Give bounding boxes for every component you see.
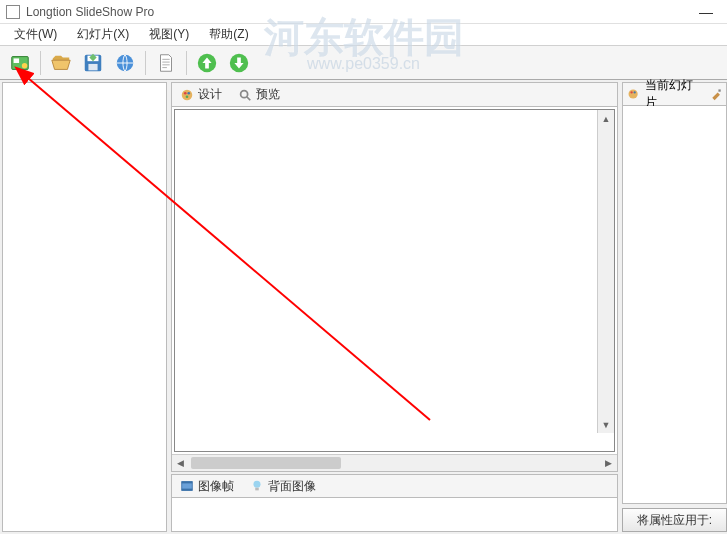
center-column: 设计 预览 ▲ ▼ ◀ ▶ 图像帧 bbox=[171, 82, 618, 532]
menu-file[interactable]: 文件(W) bbox=[4, 24, 67, 45]
tab-preview[interactable]: 预览 bbox=[230, 84, 288, 105]
toolbar bbox=[0, 46, 727, 80]
menu-slide[interactable]: 幻灯片(X) bbox=[67, 24, 139, 45]
menu-view[interactable]: 视图(Y) bbox=[139, 24, 199, 45]
scroll-right-icon[interactable]: ▶ bbox=[600, 455, 617, 471]
svg-point-9 bbox=[182, 89, 193, 100]
slide-properties bbox=[622, 106, 727, 504]
titlebar: Longtion SlideShow Pro — bbox=[0, 0, 727, 24]
svg-rect-19 bbox=[255, 488, 259, 491]
horizontal-scrollbar[interactable]: ◀ ▶ bbox=[172, 454, 617, 471]
tab-back-image[interactable]: 背面图像 bbox=[242, 476, 324, 497]
workspace: 设计 预览 ▲ ▼ ◀ ▶ 图像帧 bbox=[0, 80, 727, 534]
window-title: Longtion SlideShow Pro bbox=[26, 5, 691, 19]
tab-image-frame[interactable]: 图像帧 bbox=[172, 476, 242, 497]
app-icon bbox=[6, 5, 20, 19]
svg-rect-23 bbox=[718, 89, 720, 91]
tab-design-label: 设计 bbox=[198, 86, 222, 103]
export-button[interactable] bbox=[111, 49, 139, 77]
bottom-tabs: 图像帧 背面图像 bbox=[171, 474, 618, 498]
svg-rect-16 bbox=[182, 482, 193, 484]
tab-design[interactable]: 设计 bbox=[172, 84, 230, 105]
svg-line-14 bbox=[247, 96, 251, 100]
svg-point-11 bbox=[187, 91, 190, 94]
magnifier-icon bbox=[238, 88, 252, 102]
svg-point-12 bbox=[186, 95, 189, 98]
bulb-icon bbox=[250, 479, 264, 493]
scroll-down-icon[interactable]: ▼ bbox=[598, 416, 614, 433]
document-button[interactable] bbox=[152, 49, 180, 77]
svg-point-2 bbox=[22, 63, 28, 69]
paint-icon bbox=[180, 88, 194, 102]
canvas-area: ▲ ▼ ◀ ▶ bbox=[171, 106, 618, 472]
tab-preview-label: 预览 bbox=[256, 86, 280, 103]
minimize-button[interactable]: — bbox=[691, 1, 721, 23]
tab-back-image-label: 背面图像 bbox=[268, 478, 316, 495]
arrow-down-button[interactable] bbox=[225, 49, 253, 77]
paint-icon bbox=[627, 87, 639, 101]
menu-help[interactable]: 帮助(Z) bbox=[199, 24, 258, 45]
svg-point-22 bbox=[634, 91, 636, 93]
tool-icon[interactable] bbox=[710, 87, 722, 101]
save-button[interactable] bbox=[79, 49, 107, 77]
svg-point-21 bbox=[630, 91, 632, 93]
right-panel: 当前幻灯片 将属性应用于: bbox=[622, 82, 727, 532]
arrow-up-button[interactable] bbox=[193, 49, 221, 77]
open-button[interactable] bbox=[47, 49, 75, 77]
film-icon bbox=[180, 479, 194, 493]
scroll-left-icon[interactable]: ◀ bbox=[172, 455, 189, 471]
menubar: 文件(W) 幻灯片(X) 视图(Y) 帮助(Z) bbox=[0, 24, 727, 46]
svg-point-13 bbox=[241, 90, 248, 97]
svg-rect-1 bbox=[14, 58, 19, 63]
center-tabs: 设计 预览 bbox=[171, 82, 618, 106]
svg-point-10 bbox=[184, 91, 187, 94]
svg-point-20 bbox=[629, 89, 638, 98]
right-panel-header: 当前幻灯片 bbox=[622, 82, 727, 106]
tab-image-frame-label: 图像帧 bbox=[198, 478, 234, 495]
scroll-thumb[interactable] bbox=[191, 457, 341, 469]
vertical-scrollbar[interactable]: ▲ ▼ bbox=[597, 110, 614, 433]
svg-point-18 bbox=[254, 481, 261, 488]
canvas[interactable]: ▲ ▼ bbox=[174, 109, 615, 452]
svg-rect-5 bbox=[88, 63, 97, 69]
left-panel bbox=[2, 82, 167, 532]
scroll-up-icon[interactable]: ▲ bbox=[598, 110, 614, 127]
frame-strip bbox=[171, 498, 618, 532]
svg-rect-17 bbox=[182, 489, 193, 491]
apply-properties-button[interactable]: 将属性应用于: bbox=[622, 508, 727, 532]
new-slideshow-button[interactable] bbox=[6, 49, 34, 77]
